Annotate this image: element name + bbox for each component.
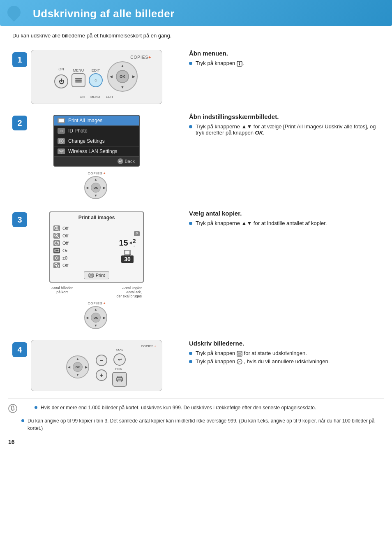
menu-label-text: MENU [73, 68, 84, 72]
step-4-desc-2: Tryk på knappen , hvis du vil annullere … [196, 358, 330, 365]
nav-cluster-step1: ▲ ▼ ◀ ▶ OK [106, 61, 139, 94]
svg-point-17 [56, 235, 57, 236]
step-3-left: 3 Print all images Off [8, 208, 181, 331]
copies-label-step2: COPIES [88, 172, 103, 175]
svg-point-19 [55, 242, 56, 243]
svg-point-4 [239, 62, 240, 63]
hdr-icon [53, 248, 60, 253]
print-btn-label: Print [96, 273, 105, 278]
svg-rect-39 [238, 352, 241, 353]
small-nav-right-step3[interactable]: ▶ [103, 316, 106, 320]
small-nav-down-step2[interactable]: ▼ [94, 194, 97, 197]
print-val-4: On [62, 248, 69, 253]
svg-rect-36 [118, 376, 122, 378]
face-icon [53, 240, 60, 246]
svg-line-12 [58, 229, 59, 230]
small-nav-down-step3[interactable]: ▼ [94, 324, 97, 327]
print-val-1: Off [62, 226, 68, 231]
on-sublabel: ON [80, 95, 85, 99]
copies-label-step4: COPIES [141, 344, 153, 348]
ok-button-step2[interactable]: OK [91, 183, 101, 193]
device-labels-step1: ON MENU EDIT [80, 95, 113, 99]
back-button[interactable]: ↩ [113, 353, 126, 366]
small-nav-left-step4[interactable]: ◀ [68, 365, 70, 369]
step-1-image: COPIES+ ON ⏻ MENU [18, 50, 175, 104]
print-row-3: Off [53, 239, 111, 247]
svg-rect-7 [59, 119, 64, 122]
power-button[interactable]: ⏻ [54, 74, 68, 88]
back-arrow-icon: ↩ [118, 158, 123, 164]
small-nav-right-step4[interactable]: ▶ [85, 365, 88, 369]
step-3-right: Vælg antal kopier. Tryk på knapperne ▲▼ … [181, 208, 384, 228]
small-nav-left-step3[interactable]: ◀ [86, 316, 88, 320]
button-row-step1: ON ⏻ MENU EDIT ○ [54, 61, 139, 94]
print-val-6: Off [62, 263, 68, 268]
print-button-device[interactable] [112, 372, 127, 387]
small-nav-left-step2[interactable]: ◀ [86, 186, 88, 190]
step-1-right: Åbn menuen. Tryk på knappen . [181, 48, 384, 68]
small-nav-up-step4[interactable]: ▲ [76, 357, 79, 361]
bullet-dot-1 [189, 62, 192, 65]
zoom-in-button[interactable]: + [96, 369, 107, 381]
edit-sublabel: EDIT [106, 95, 113, 99]
device-step4: COPIES + ▲ ▼ ◀ ▶ OK [31, 340, 162, 391]
ok-button-step1[interactable]: OK [116, 70, 129, 83]
nav-left-step1[interactable]: ◀ [110, 74, 113, 79]
step-3-row: 3 Print all images Off [8, 208, 384, 331]
page-header: Udskrivning af alle billeder [0, 0, 392, 26]
menu-sublabel: MENU [90, 95, 100, 99]
ok-button-step3[interactable]: OK [91, 313, 101, 323]
menu-item-wireless[interactable]: Wireless LAN Settings [54, 146, 139, 157]
sheets-count-area: 30 [121, 250, 134, 263]
back-label-text: BACK [115, 349, 123, 352]
on-label: ON [58, 67, 64, 71]
print-row-1: Off [53, 225, 111, 232]
svg-point-9 [60, 140, 62, 142]
svg-point-10 [61, 153, 62, 153]
step-3-title: Vælg antal kopier. [189, 210, 384, 217]
note-1: Hvis der er mere end 1.000 billeder på k… [35, 404, 384, 411]
p-badge: P [134, 231, 140, 236]
count-display: 15 ◀ 2 ± [119, 238, 136, 248]
count-labels: Antal billeder på kort Antal kopier Anta… [51, 286, 142, 298]
print-button-screen[interactable]: Print [84, 271, 110, 279]
small-nav-right-step2[interactable]: ▶ [103, 186, 106, 190]
step-3-desc: Tryk på knapperne ▲▼ for at indstille an… [196, 220, 327, 226]
note-text-1: Hvis der er mere end 1.000 billeder på k… [41, 404, 316, 411]
print-row-6: Off [53, 262, 111, 269]
edit-button[interactable]: ○ [89, 73, 103, 87]
note-text-2: Du kan angive op til 99 kopier i trin 3.… [28, 417, 384, 432]
print-val-2: Off [62, 233, 68, 238]
print-all-icon [58, 118, 65, 123]
menu-label-print-all: Print All Images [68, 118, 102, 123]
print-counts: P 15 ◀ 2 ± 30 [115, 225, 140, 269]
zoom-out-button[interactable]: − [96, 355, 107, 366]
menu-button[interactable] [71, 73, 85, 87]
svg-point-42 [9, 404, 17, 413]
menu-back[interactable]: ↩ Back [54, 157, 139, 166]
nav-down-step1[interactable]: ▼ [121, 85, 125, 89]
svg-rect-5 [239, 63, 240, 65]
ok-button-step4[interactable]: OK [73, 362, 83, 372]
menu-label-wireless: Wireless LAN Settings [68, 149, 117, 154]
note-2: Du kan angive op til 99 kopier i trin 3.… [21, 417, 384, 432]
pencil-icon [8, 404, 17, 413]
small-nav-down-step4[interactable]: ▼ [76, 373, 79, 377]
menu-item-print-all[interactable]: Print All Images [54, 116, 139, 126]
count-copies: 2 [133, 238, 136, 244]
print-val-5: ±0 [62, 255, 67, 260]
nav-right-step1[interactable]: ▶ [132, 74, 135, 79]
small-nav-up-step3[interactable]: ▲ [94, 308, 97, 311]
camera-device-step1: COPIES+ ON ⏻ MENU [31, 50, 162, 104]
copies-count-area: 2 ± [133, 238, 136, 248]
nav-up-step1[interactable]: ▲ [121, 64, 125, 68]
copies-plus-step4: + [154, 344, 156, 348]
step-4-bullet-2: Tryk på knappen , hvis du vil annullere … [189, 358, 384, 365]
menu-item-change-settings[interactable]: Change Settings [54, 136, 139, 146]
svg-point-23 [55, 257, 58, 259]
zoom-in-icon [53, 225, 60, 231]
step-1-bullet-1: Tryk på knappen . [189, 60, 384, 67]
copies-plus-step1: + [148, 55, 151, 60]
menu-item-id-photo[interactable]: ID ID Photo [54, 126, 139, 136]
small-nav-up-step2[interactable]: ▲ [94, 178, 97, 181]
